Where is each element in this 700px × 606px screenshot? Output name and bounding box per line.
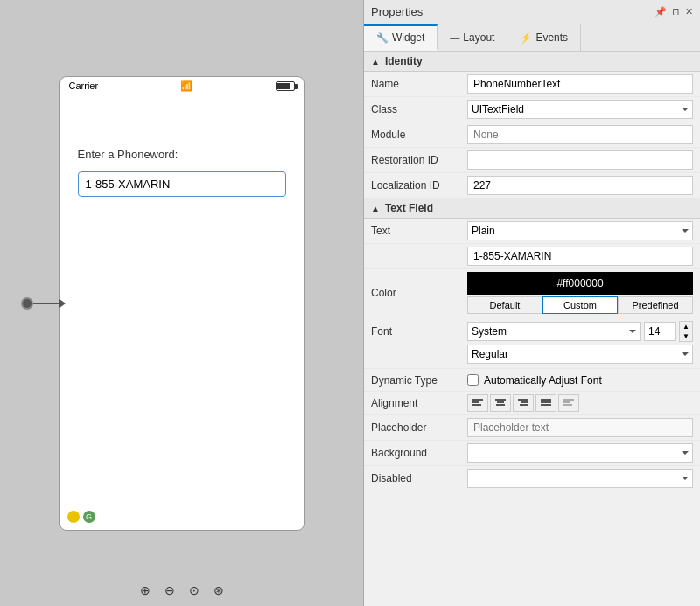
- restoration-input[interactable]: [467, 150, 693, 170]
- predefined-color-button[interactable]: Predefined: [618, 296, 693, 314]
- background-value: [467, 443, 693, 463]
- green-dot: G: [83, 511, 95, 523]
- text-type-row: Text Plain Attributed: [364, 219, 700, 244]
- localization-value-container: [467, 176, 693, 195]
- status-bar: Carrier 📶: [60, 77, 304, 95]
- dynamic-type-value: Automatically Adjust Font: [467, 374, 693, 387]
- text-type-select[interactable]: Plain Attributed: [467, 221, 693, 240]
- alignment-row: Alignment: [364, 392, 700, 415]
- textfield-section-header[interactable]: ▲ Text Field: [364, 199, 700, 219]
- placeholder-input[interactable]: [467, 418, 693, 437]
- svg-rect-7: [498, 407, 503, 407]
- svg-rect-5: [497, 401, 504, 403]
- color-swatch[interactable]: #ff000000: [467, 272, 693, 295]
- align-natural-button[interactable]: [558, 394, 579, 412]
- zoom-out-button[interactable]: ⊖: [161, 582, 178, 599]
- tab-layout[interactable]: — Layout: [438, 24, 508, 51]
- tab-widget-label: Widget: [392, 31, 424, 44]
- color-label: Color: [371, 287, 467, 299]
- color-hex-value: #ff000000: [556, 277, 603, 289]
- name-row: Name: [364, 72, 700, 97]
- restoration-label: Restoration ID: [371, 154, 467, 166]
- designer-area: Carrier 📶 Enter a Phoneword: G ⊕ ⊖ ⊙: [0, 0, 363, 606]
- font-family-select[interactable]: System: [467, 322, 640, 341]
- name-label: Name: [371, 78, 467, 90]
- font-style-select[interactable]: Regular Bold Italic: [467, 345, 693, 364]
- color-buttons: Default Custom Predefined: [467, 296, 693, 314]
- zoom-fit-button[interactable]: ⊙: [186, 582, 203, 599]
- class-select[interactable]: UITextField: [467, 100, 693, 119]
- default-color-button[interactable]: Default: [467, 296, 542, 314]
- text-value-container: [467, 247, 693, 266]
- background-select[interactable]: [467, 443, 693, 463]
- zoom-in-button[interactable]: ⊕: [136, 582, 154, 599]
- phone-frame: Carrier 📶 Enter a Phoneword: G: [60, 76, 304, 531]
- collapse-identity-icon: ▲: [371, 57, 380, 66]
- tab-layout-label: Layout: [463, 31, 494, 44]
- text-value-input[interactable]: [467, 247, 693, 266]
- font-family-row: System ▲ ▼: [467, 321, 693, 342]
- battery-icon: [276, 80, 295, 92]
- close-icon[interactable]: ✕: [685, 6, 693, 17]
- alignment-label: Alignment: [371, 397, 467, 409]
- class-label: Class: [371, 103, 467, 115]
- panel-title: Properties: [371, 5, 654, 18]
- auto-adjust-checkbox[interactable]: [467, 374, 479, 386]
- module-input[interactable]: [467, 125, 693, 144]
- disabled-select[interactable]: [467, 469, 693, 488]
- phone-label: Enter a Phoneword:: [78, 148, 286, 161]
- font-second-row: Regular Bold Italic: [371, 345, 693, 364]
- localization-input[interactable]: [467, 176, 693, 195]
- svg-rect-15: [541, 407, 551, 407]
- disabled-label: Disabled: [371, 472, 467, 484]
- name-input[interactable]: [467, 74, 693, 94]
- events-icon: ⚡: [520, 32, 532, 44]
- font-value-container: System ▲ ▼: [467, 321, 693, 342]
- properties-content: ▲ Identity Name Class UITextField Module: [364, 52, 700, 606]
- font-size-input[interactable]: [644, 322, 676, 341]
- placeholder-row: Placeholder: [364, 415, 700, 441]
- background-row: Background: [364, 441, 700, 466]
- alignment-buttons: [467, 394, 693, 412]
- font-row: Font System ▲ ▼ Regu: [364, 317, 700, 369]
- localization-row: Localization ID: [364, 173, 700, 199]
- svg-rect-16: [564, 399, 574, 401]
- svg-rect-6: [496, 404, 505, 406]
- module-row: Module: [364, 122, 700, 148]
- align-left-button[interactable]: [467, 394, 488, 412]
- align-right-button[interactable]: [513, 394, 534, 412]
- pin-icon[interactable]: 📌: [654, 6, 667, 17]
- background-label: Background: [371, 447, 467, 459]
- font-size-down-button[interactable]: ▼: [680, 331, 692, 341]
- color-top-row: Color #ff000000 Default Custom Predefine…: [371, 272, 693, 314]
- align-center-button[interactable]: [490, 394, 511, 412]
- font-label: Font: [371, 325, 467, 338]
- carrier-text: Carrier: [69, 80, 99, 91]
- font-top-row: Font System ▲ ▼: [371, 320, 693, 343]
- auto-adjust-row: Automatically Adjust Font: [467, 374, 693, 387]
- text-type-label: Text: [371, 225, 467, 237]
- font-size-up-button[interactable]: ▲: [680, 322, 692, 331]
- properties-panel: Properties 📌 ⊓ ✕ 🔧 Widget — Layout ⚡ Eve…: [363, 0, 700, 606]
- layout-icon: —: [450, 32, 459, 43]
- custom-color-button[interactable]: Custom: [542, 296, 618, 314]
- svg-rect-11: [523, 407, 528, 407]
- color-value-container: #ff000000 Default Custom Predefined: [467, 272, 693, 314]
- svg-rect-8: [518, 399, 528, 401]
- placeholder-value: [467, 418, 693, 437]
- auto-adjust-label: Automatically Adjust Font: [484, 374, 602, 387]
- wifi-icon: 📶: [180, 80, 192, 92]
- identity-section-title: Identity: [385, 55, 423, 67]
- connector-arrow: [60, 299, 66, 308]
- tab-events[interactable]: ⚡ Events: [508, 24, 581, 51]
- tab-widget[interactable]: 🔧 Widget: [364, 24, 438, 51]
- align-justify-button[interactable]: [536, 394, 556, 412]
- connector-circle: [21, 297, 33, 310]
- identity-section-header[interactable]: ▲ Identity: [364, 52, 700, 72]
- panel-header: Properties 📌 ⊓ ✕: [364, 0, 700, 24]
- zoom-reset-button[interactable]: ⊛: [210, 582, 228, 599]
- phone-input[interactable]: [78, 171, 286, 197]
- restoration-row: Restoration ID: [364, 148, 700, 173]
- svg-rect-12: [541, 399, 551, 401]
- float-icon[interactable]: ⊓: [672, 6, 680, 17]
